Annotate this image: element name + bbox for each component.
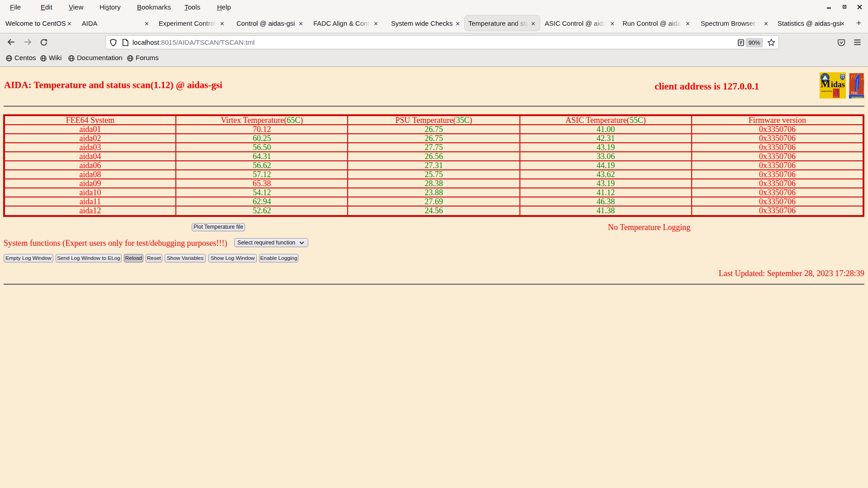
svg-text:powered by: powered by [821,90,832,92]
svg-text:M: M [821,78,830,89]
svg-text:POWERED: POWERED [852,96,863,99]
svg-text:T C L: T C L [834,96,839,98]
svg-text:idas: idas [831,80,845,89]
svg-text:TCL: TCL [851,91,858,94]
